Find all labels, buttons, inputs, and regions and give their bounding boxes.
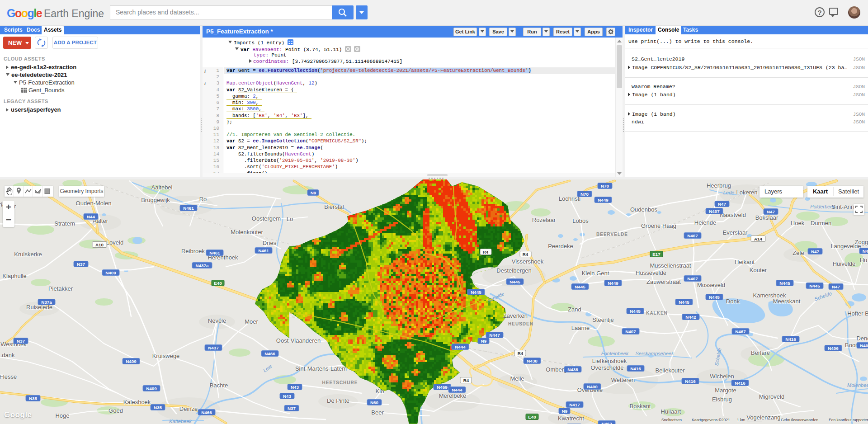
svg-text:Kaleshoek: Kaleshoek	[123, 399, 151, 405]
svg-text:Mosseveld: Mosseveld	[697, 282, 725, 288]
svg-text:N60: N60	[370, 400, 379, 405]
svg-text:N447: N447	[489, 333, 500, 338]
svg-text:Beer: Beer	[371, 409, 384, 416]
svg-text:Steentje: Steentje	[592, 316, 614, 323]
svg-text:Huilaart: Huilaart	[661, 408, 681, 415]
svg-text:Heiende: Heiende	[694, 219, 716, 226]
svg-text:Ouden-Molen: Ouden-Molen	[76, 200, 112, 207]
svg-text:N37: N37	[77, 262, 85, 267]
svg-text:Goed: Goed	[108, 407, 123, 414]
svg-text:Loveld: Loveld	[106, 239, 123, 246]
svg-text:Overschelde: Overschelde	[591, 364, 624, 371]
svg-text:Everslaar: Everslaar	[723, 229, 748, 236]
svg-text:N409: N409	[105, 270, 116, 275]
svg-text:Polderbeek: Polderbeek	[810, 204, 835, 209]
svg-text:Wichelen: Wichelen	[710, 373, 734, 380]
svg-text:Oostergem: Oostergem	[252, 215, 281, 222]
svg-text:N444: N444	[452, 387, 462, 392]
svg-text:Margote: Margote	[715, 387, 736, 394]
svg-text:N437a: N437a	[196, 263, 209, 268]
svg-text:N462: N462	[601, 421, 612, 424]
svg-text:Elsbrug: Elsbrug	[712, 396, 732, 403]
svg-text:Kattebeek: Kattebeek	[169, 419, 192, 424]
svg-text:N47: N47	[832, 284, 840, 289]
svg-text:N400: N400	[587, 384, 598, 389]
svg-text:N407: N407	[625, 329, 636, 334]
svg-text:Reibroek: Reibroek	[181, 248, 205, 254]
svg-text:Ro: Ro	[199, 196, 207, 203]
svg-text:N445: N445	[575, 284, 585, 289]
svg-text:Vissershoek: Vissershoek	[512, 258, 544, 265]
svg-text:N407: N407	[687, 233, 698, 238]
svg-text:HEETSCHURE: HEETSCHURE	[322, 380, 358, 385]
svg-text:Berlare: Berlare	[751, 349, 770, 356]
svg-text:Bachte: Bachte	[210, 382, 228, 389]
svg-text:Musselienstraat: Musselienstraat	[650, 262, 691, 269]
svg-text:Fonteinbeek: Fonteinbeek	[601, 351, 629, 356]
svg-text:Heikant: Heikant	[735, 259, 755, 265]
svg-text:Lobos: Lobos	[572, 217, 589, 224]
svg-text:N9: N9	[562, 409, 568, 414]
svg-text:N409: N409	[146, 386, 157, 391]
svg-text:N409: N409	[126, 359, 137, 364]
svg-text:Kwatrecht: Kwatrecht	[558, 415, 584, 422]
svg-text:Lokeren: Lokeren	[736, 189, 758, 196]
svg-text:N4: N4	[863, 249, 868, 254]
svg-text:Molenkouter: Molenkouter	[231, 229, 263, 236]
svg-text:Laarne: Laarne	[571, 325, 590, 331]
svg-text:Kruiswege: Kruiswege	[152, 353, 180, 359]
svg-text:Peerdeke: Peerdeke	[548, 243, 573, 250]
svg-text:N461: N461	[209, 250, 220, 255]
svg-text:Donk: Donk	[726, 298, 740, 305]
svg-text:N416: N416	[735, 381, 745, 386]
svg-text:N442: N442	[685, 315, 696, 320]
svg-text:Lo: Lo	[287, 216, 293, 222]
svg-text:Kouter: Kouter	[750, 267, 767, 273]
svg-text:E17: E17	[652, 252, 660, 257]
svg-text:N44: N44	[87, 214, 95, 219]
svg-text:N407: N407	[687, 276, 698, 281]
svg-text:Zauwerstraat: Zauwerstraat	[646, 278, 681, 285]
svg-text:Oudenbos: Oudenbos	[630, 206, 657, 213]
svg-text:N35: N35	[29, 396, 38, 401]
svg-text:N70: N70	[580, 192, 589, 197]
svg-text:HEUSDEN: HEUSDEN	[508, 321, 533, 326]
svg-text:Serskampsebeek: Serskampsebeek	[636, 351, 674, 356]
svg-text:Bellekouter: Bellekouter	[655, 367, 685, 374]
svg-text:N9: N9	[481, 339, 487, 344]
svg-text:Huivelde: Huivelde	[833, 260, 856, 267]
svg-text:Nevele: Nevele	[208, 317, 226, 324]
svg-text:N438: N438	[567, 367, 578, 372]
svg-text:E40: E40	[528, 415, 536, 419]
svg-text:N466: N466	[264, 351, 275, 356]
svg-text:N437: N437	[208, 345, 219, 350]
svg-text:Hussevelde: Hussevelde	[636, 269, 666, 276]
svg-text:N37: N37	[288, 406, 296, 411]
svg-text:Aaltebei: Aaltebei	[151, 184, 173, 191]
svg-text:Melle: Melle	[510, 375, 524, 382]
svg-text:Hofter B: Hofter B	[847, 310, 868, 317]
svg-text:R4: R4	[483, 250, 489, 254]
svg-text:N37a: N37a	[41, 300, 52, 305]
svg-text:N70: N70	[601, 184, 609, 188]
svg-text:Moer: Moer	[245, 318, 258, 325]
svg-text:Bokslaar: Bokslaar	[755, 214, 778, 221]
svg-text:R4: R4	[523, 252, 528, 257]
svg-text:N416: N416	[685, 379, 696, 384]
svg-text:N445: N445	[679, 300, 689, 305]
svg-text:Dries: Dries	[263, 240, 277, 246]
svg-text:Flesse: Flesse	[0, 373, 17, 380]
svg-text:Groene Haag: Groene Haag	[641, 222, 676, 229]
svg-text:N43: N43	[291, 385, 299, 390]
svg-text:N444: N444	[455, 344, 466, 349]
svg-text:Naastveld: Naastveld	[720, 212, 746, 218]
svg-text:N47: N47	[718, 202, 726, 207]
svg-text:Merelbeke: Merelbeke	[439, 392, 467, 399]
svg-text:Klo: Klo	[376, 388, 384, 395]
svg-text:Heerbrug: Heerbrug	[707, 182, 731, 189]
svg-text:N43: N43	[283, 394, 292, 399]
svg-text:Dend: Dend	[856, 335, 868, 342]
svg-text:Klaphulle: Klaphulle	[2, 273, 27, 279]
svg-text:R4: R4	[518, 351, 524, 356]
svg-text:N47: N47	[811, 249, 820, 254]
